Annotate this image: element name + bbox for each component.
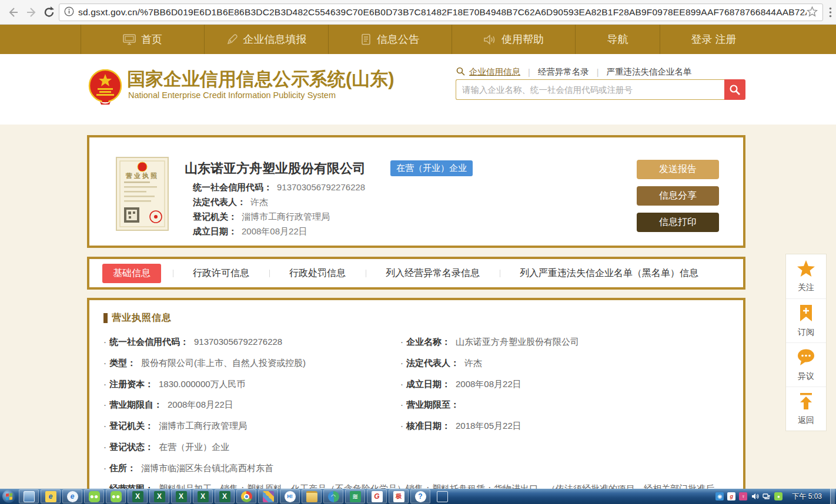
share-info-button[interactable]: 信息分享 xyxy=(637,186,719,206)
license-detail-grid: ·统一社会信用代码：913703056792276228 ·企业名称：山东诺亚方… xyxy=(89,328,743,504)
taskbar-item-wps-office[interactable]: ≋ xyxy=(345,489,365,503)
field-credit-code: 统一社会信用代码：913703056792276228 xyxy=(193,182,365,193)
browser-chrome: sd.gsxt.gov.cn/%7BB6D019E6D1B6E86B3DC2B3… xyxy=(0,0,836,25)
link-enterprise-credit[interactable]: 企业信用信息 xyxy=(469,66,520,78)
url-text[interactable]: sd.gsxt.gov.cn/%7BB6D019E6D1B6E86B3DC2B3… xyxy=(78,7,807,18)
back-to-top-button[interactable]: 返回 xyxy=(786,387,826,431)
nav-item-navigation[interactable]: 导航 xyxy=(575,25,660,54)
nav-item-help[interactable]: 使用帮助 xyxy=(452,25,575,54)
field-establishment-date: 成立日期：2008年08月22日 xyxy=(193,226,307,237)
monitor-icon xyxy=(123,34,136,45)
taskbar-item-ie-browser-2[interactable]: e xyxy=(62,489,82,503)
nav-item-label: 导航 xyxy=(607,32,628,46)
taskbar-item-internet-explorer[interactable]: e xyxy=(41,489,61,503)
svg-text:营业执照: 营业执照 xyxy=(125,172,159,179)
company-summary-card: 营业执照 山东诺亚方舟塑业股份有限公司 在营（开业）企业 统一社会信用代码：91… xyxy=(87,135,745,248)
detail-row: ·法定代表人：许杰 xyxy=(400,352,720,374)
start-button[interactable] xyxy=(1,489,16,503)
taskbar-item-sogou-input[interactable]: G xyxy=(367,489,387,503)
tab-admin-license[interactable]: 行政许可信息 xyxy=(173,267,269,280)
detail-row: ·统一社会信用代码：913703056792276228 xyxy=(103,331,400,352)
sogou-tray-icon[interactable]: g xyxy=(727,492,735,500)
nav-item-login-register[interactable]: 登录 注册 xyxy=(660,25,767,54)
taskbar-item-wechat-2[interactable]: ●● xyxy=(106,489,126,503)
subscribe-button[interactable]: 订阅 xyxy=(786,298,826,342)
national-emblem-icon xyxy=(88,69,122,109)
taskbar-item-tim-app[interactable]: H! xyxy=(280,489,300,503)
taskbar-item-help-app[interactable]: ? xyxy=(410,489,430,503)
taskbar-item-360-safety[interactable]: ◠ xyxy=(323,489,343,503)
taskbar-item-excel-2[interactable]: X xyxy=(149,489,169,503)
send-report-button[interactable]: 发送报告 xyxy=(637,160,719,179)
forward-arrow-icon[interactable] xyxy=(24,4,40,21)
taskbar-clock[interactable]: 下午 5:03 xyxy=(792,492,822,502)
tab-basic-info[interactable]: 基础信息 xyxy=(102,264,161,283)
refresh-icon[interactable] xyxy=(41,4,58,21)
taskbar-item-excel-1[interactable]: X xyxy=(128,489,148,503)
nav-item-label: 首页 xyxy=(141,32,162,46)
nav-item-label: 登录 注册 xyxy=(691,32,736,46)
side-toolbar: 关注 订阅 异议 返回 xyxy=(785,254,827,431)
field-legal-rep: 法定代表人：许杰 xyxy=(193,197,268,208)
section-bar xyxy=(103,313,108,323)
windows-taskbar: e e ●● ●● X X X X X H! ◠ ≋ G 极 ? ◉ g ♀ ●… xyxy=(0,489,836,504)
taskbar-item-excel-3[interactable]: X xyxy=(171,489,191,503)
nav-item-label: 企业信息填报 xyxy=(243,32,307,46)
site-subtitle: National Enterprise Credit Information P… xyxy=(128,90,336,100)
main-navbar: 首页 企业信息填报 信息公告 使用帮助 导航 登录 注册 xyxy=(0,25,836,54)
tab-abnormal-list[interactable]: 列入经营异常名录信息 xyxy=(366,267,500,280)
network-icon[interactable] xyxy=(763,492,771,500)
nav-item-home[interactable]: 首页 xyxy=(81,25,204,54)
field-registration-authority: 登记机关：淄博市工商行政管理局 xyxy=(193,211,330,223)
print-info-button[interactable]: 信息打印 xyxy=(637,213,719,232)
link-blacklist[interactable]: 严重违法失信企业名单 xyxy=(607,66,692,78)
detail-row: ·企业名称：山东诺亚方舟塑业股份有限公司 xyxy=(400,331,720,352)
windows-logo-icon xyxy=(2,490,15,503)
section-title: 营业执照信息 xyxy=(112,312,172,324)
tab-blacklist[interactable]: 列入严重违法失信企业名单（黑名单）信息 xyxy=(500,267,718,280)
tab-admin-penalty[interactable]: 行政处罚信息 xyxy=(269,267,366,280)
detail-row: ·成立日期：2008年08月22日 xyxy=(400,374,720,395)
show-desktop-button[interactable] xyxy=(830,489,835,504)
link-abnormal-list[interactable]: 经营异常名录 xyxy=(538,66,589,78)
menu-dots-icon[interactable] xyxy=(822,4,836,21)
tabs-card: 基础信息 行政许可信息 行政处罚信息 列入经营异常名录信息 列入严重违法失信企业… xyxy=(87,257,745,290)
taskbar-item-excel-5[interactable]: X xyxy=(215,489,235,503)
nav-item-label: 使用帮助 xyxy=(501,32,544,46)
follow-button[interactable]: 关注 xyxy=(786,254,826,298)
taskbar-item-small-window[interactable] xyxy=(432,489,452,503)
nav-filler xyxy=(767,25,836,54)
back-to-top-icon xyxy=(798,392,814,412)
bookmark-star-icon[interactable] xyxy=(807,6,818,19)
taskbar-item-excel-4[interactable]: X xyxy=(193,489,213,503)
detail-row-address: ·住所：淄博市临淄区朱台镇北高西村东首 xyxy=(103,458,720,479)
detail-row: ·核准日期：2018年05月22日 xyxy=(400,415,720,436)
taskbar-item-jisu-app[interactable]: 极 xyxy=(389,489,409,503)
search-input[interactable] xyxy=(456,79,724,100)
back-arrow-icon[interactable] xyxy=(5,4,21,21)
detail-row: ·注册资本：1830.000000万人民币 xyxy=(103,374,400,395)
dispute-button[interactable]: 异议 xyxy=(786,342,826,387)
company-name: 山东诺亚方舟塑业股份有限公司 xyxy=(185,160,366,177)
address-bar[interactable]: sd.gsxt.gov.cn/%7BB6D019E6D1B6E86B3DC2B3… xyxy=(59,4,823,21)
qq-tray-icon[interactable]: ♀ xyxy=(739,492,747,500)
taskbar-item-chrome[interactable] xyxy=(236,489,256,503)
taskbar-item-folder-explorer[interactable] xyxy=(302,489,322,503)
search-button[interactable] xyxy=(724,79,745,100)
pen-icon xyxy=(226,33,238,45)
section-header: 营业执照信息 xyxy=(103,312,743,324)
360-tray-icon[interactable]: ◉ xyxy=(715,492,724,500)
search-scope-links: 企业信用信息 | 经营异常名录 | 严重违法失信企业名单 xyxy=(456,66,692,78)
nav-item-report[interactable]: 企业信息填报 xyxy=(204,25,328,54)
taskbar-item-stickers-app[interactable] xyxy=(258,489,278,503)
detail-row: ·营业期限自：2008年08月22日 xyxy=(103,394,400,415)
info-icon[interactable] xyxy=(64,6,74,19)
nav-item-announcements[interactable]: 信息公告 xyxy=(328,25,452,54)
volume-icon[interactable] xyxy=(751,492,759,500)
detail-row-empty xyxy=(400,436,720,458)
business-license-thumbnail[interactable]: 营业执照 xyxy=(116,157,169,233)
wechat-tray-icon[interactable]: ● xyxy=(774,492,783,500)
taskbar-item-desktop-window[interactable] xyxy=(19,489,39,503)
system-tray: ◉ g ♀ ● 下午 5:03 xyxy=(715,489,835,504)
taskbar-item-wechat[interactable]: ●● xyxy=(84,489,104,503)
